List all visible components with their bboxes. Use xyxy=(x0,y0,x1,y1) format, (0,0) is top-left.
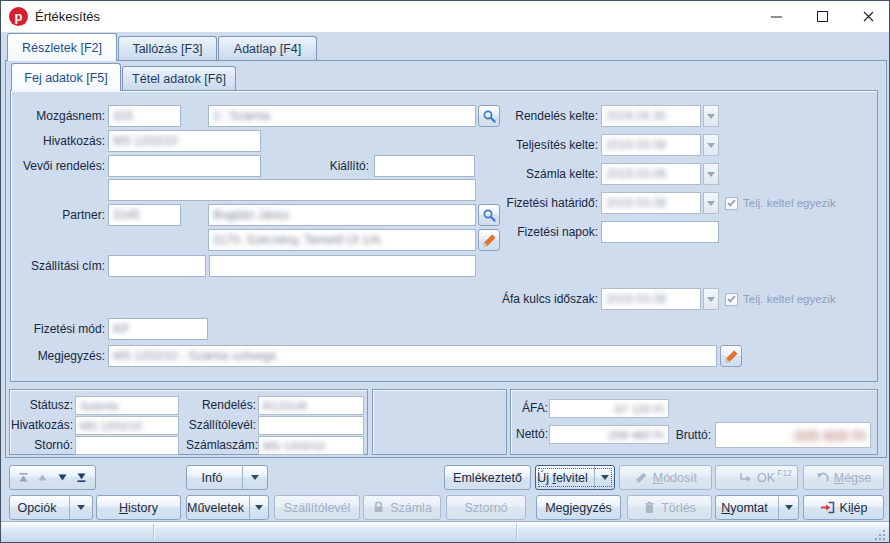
storno-field[interactable] xyxy=(75,436,179,455)
app-logo-icon: p xyxy=(9,7,28,26)
szallitasi-cim-label: Szállítási cím: xyxy=(7,255,105,277)
caret-down-icon xyxy=(77,505,85,510)
fizetesi-hatarido-label: Fizetési határidő: xyxy=(431,192,598,214)
chevron-down-icon[interactable] xyxy=(703,163,719,185)
muveletek-button[interactable]: Műveletek xyxy=(187,496,244,519)
hivatkozas-label: Hivatkozás: xyxy=(7,130,105,152)
last-record-button[interactable] xyxy=(72,469,90,487)
szallitasi-cim-field[interactable] xyxy=(209,255,476,277)
info-dropdown-button[interactable] xyxy=(242,466,267,489)
caret-down-icon xyxy=(255,505,263,510)
sztorno-button[interactable]: Sztornó xyxy=(446,495,526,520)
first-record-button[interactable] xyxy=(15,469,33,487)
uj-felvitel-split-button: Új felvitel xyxy=(535,465,615,490)
szamlaszam-label: Számlaszám: xyxy=(186,436,256,455)
empty-panel xyxy=(372,389,507,455)
chevron-down-icon[interactable] xyxy=(703,288,719,310)
vevoi-rendeles-field-2[interactable] xyxy=(108,179,476,201)
previous-record-icon xyxy=(37,472,48,483)
minimize-icon xyxy=(771,11,782,22)
rendeles-kelte-field[interactable]: 2019.04.30 xyxy=(601,105,719,127)
szamlaszam-field[interactable]: MS 1202/10 xyxy=(258,436,364,455)
caret-down-icon xyxy=(251,475,259,480)
ok-button[interactable]: OK F12 xyxy=(715,465,798,490)
fizetesi-mod-field[interactable]: KP xyxy=(108,318,208,340)
status-bar xyxy=(1,521,889,543)
torles-button[interactable]: Törlés xyxy=(627,495,712,520)
szamla-button[interactable]: Számla xyxy=(363,495,441,520)
rendeles-label: Rendelés: xyxy=(186,396,256,415)
mozgasnem-label: Mozgásnem: xyxy=(7,105,105,127)
resize-grip[interactable] xyxy=(875,530,886,541)
info-split-button: Infó xyxy=(186,465,268,490)
vevoi-rendeles-field[interactable] xyxy=(108,155,261,177)
mozgasnem-code-field[interactable]: 315 xyxy=(108,105,181,127)
netto-label: Nettó: xyxy=(501,425,548,444)
tab-tallozas[interactable]: Tallózás [F3] xyxy=(118,36,217,60)
megse-button[interactable]: Mégse xyxy=(803,465,884,490)
afa-label: ÁFA: xyxy=(501,399,548,418)
brutto-field: -335 600 Ft xyxy=(715,422,871,448)
pencil-icon xyxy=(634,471,648,485)
fizetesi-napok-field[interactable] xyxy=(601,221,719,243)
info-button[interactable]: Infó xyxy=(187,466,237,489)
hivatkozas-field[interactable]: MS 1202/10 xyxy=(108,130,261,152)
emlekezteto-button[interactable]: Emlékeztető xyxy=(444,465,531,490)
afa-kulcs-idoszak-field[interactable]: 2019.03.06 xyxy=(601,288,719,310)
megjegyzes-edit-button[interactable] xyxy=(720,345,742,367)
modosit-button[interactable]: Módosít xyxy=(619,465,712,490)
fizetesi-hatarido-field[interactable]: 2019.03.06 xyxy=(601,192,719,214)
next-record-button[interactable] xyxy=(53,469,71,487)
chevron-down-icon[interactable] xyxy=(703,134,719,156)
megjegyzes-button[interactable]: Megjegyzés xyxy=(536,495,621,520)
megjegyzes-field[interactable]: MS 1202/10 - Számla szövege xyxy=(108,345,717,367)
close-button[interactable] xyxy=(845,1,890,31)
szallitolevel-button[interactable]: Szállítólevél xyxy=(274,495,360,520)
muveletek-dropdown-button[interactable] xyxy=(249,496,268,519)
tab-reszletek[interactable]: Részletek [F2] xyxy=(7,33,117,61)
rendeles-field[interactable]: R1231/8 xyxy=(258,396,364,415)
tab-tetel-adatok[interactable]: Tétel adatok [F6] xyxy=(122,66,236,90)
afa-field: -67 120 Ft xyxy=(549,399,669,418)
nyomtat-dropdown-button[interactable] xyxy=(778,496,798,519)
chevron-down-icon[interactable] xyxy=(703,105,719,127)
szamla-kelte-field[interactable]: 2019.03.06 xyxy=(601,163,719,185)
szallitasi-cim-code-field[interactable] xyxy=(108,255,206,277)
trash-icon xyxy=(643,501,656,514)
statusbar-separator xyxy=(153,524,154,540)
minimize-button[interactable] xyxy=(753,1,799,31)
caret-down-icon xyxy=(601,475,609,480)
uj-felvitel-button[interactable]: Új felvitel xyxy=(536,466,589,489)
nyomtat-button[interactable]: Nyomtat xyxy=(716,496,773,519)
exit-icon xyxy=(820,501,835,514)
opciok-dropdown-button[interactable] xyxy=(69,496,92,519)
teljesites-kelte-label: Teljesítés kelte: xyxy=(431,134,598,156)
maximize-button[interactable] xyxy=(799,1,845,31)
checkbox-checked-icon xyxy=(725,197,738,210)
telj-keltel-egyezik-checkbox-2[interactable]: Telj. keltel egyezik xyxy=(725,292,836,306)
teljesites-kelte-field[interactable]: 2019.03.06 xyxy=(601,134,719,156)
kilep-button[interactable]: Kilép xyxy=(803,495,884,520)
uj-felvitel-dropdown-button[interactable] xyxy=(594,466,614,489)
telj-keltel-egyezik-checkbox[interactable]: Telj. keltel egyezik xyxy=(725,196,836,210)
undo-icon xyxy=(816,472,829,484)
last-record-icon xyxy=(76,472,87,483)
first-record-icon xyxy=(18,472,29,483)
tab-fej-adatok[interactable]: Fej adatok [F5] xyxy=(11,63,121,91)
next-record-icon xyxy=(57,472,68,483)
partner-code-field[interactable]: 3145 xyxy=(108,204,181,226)
fizetesi-napok-label: Fizetési napok: xyxy=(431,221,598,243)
opciok-button[interactable]: Opciók xyxy=(10,496,64,519)
app-window: p Értékesítés Részletek [F2] Tallózás [F… xyxy=(0,0,890,543)
history-button[interactable]: History xyxy=(96,495,181,520)
checkbox-checked-icon xyxy=(725,293,738,306)
opciok-split-button: Opciók xyxy=(9,495,93,520)
chevron-down-icon[interactable] xyxy=(703,192,719,214)
caret-down-icon xyxy=(785,505,793,510)
statusz-field[interactable]: Számla xyxy=(75,396,179,415)
previous-record-button[interactable] xyxy=(34,469,52,487)
tab-adatlap[interactable]: Adatlap [F4] xyxy=(218,36,317,60)
hivatkozas2-field[interactable]: MS 1202/10 xyxy=(75,416,179,435)
record-nav-group xyxy=(9,465,96,490)
szallitolevel-field[interactable] xyxy=(258,416,364,435)
